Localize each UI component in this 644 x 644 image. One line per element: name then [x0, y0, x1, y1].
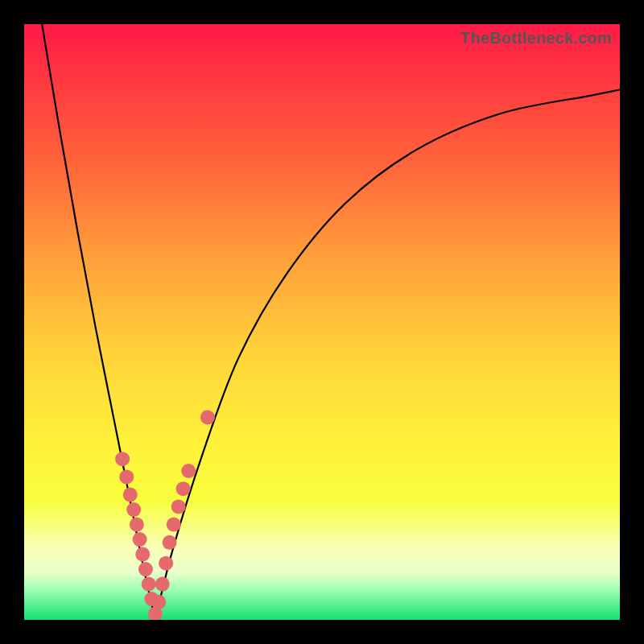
data-marker — [171, 499, 186, 514]
data-marker — [119, 469, 134, 484]
data-marker — [159, 556, 173, 571]
curve-layer — [24, 24, 620, 620]
data-marker — [163, 535, 177, 550]
plot-area: TheBottleneck.com — [24, 24, 620, 620]
data-marker — [151, 595, 166, 609]
data-marker — [123, 488, 138, 502]
chart-frame: TheBottleneck.com — [0, 0, 644, 644]
data-markers — [115, 410, 215, 620]
data-marker — [115, 452, 130, 466]
data-marker — [130, 518, 144, 532]
data-marker — [126, 502, 141, 517]
data-marker — [133, 532, 147, 547]
data-marker — [155, 577, 170, 592]
right-curve — [155, 89, 620, 620]
data-marker — [138, 562, 153, 576]
data-marker — [135, 547, 150, 562]
data-marker — [200, 410, 215, 424]
data-marker — [142, 577, 156, 592]
data-marker — [181, 464, 196, 478]
data-marker — [176, 481, 191, 496]
data-marker — [167, 518, 181, 532]
